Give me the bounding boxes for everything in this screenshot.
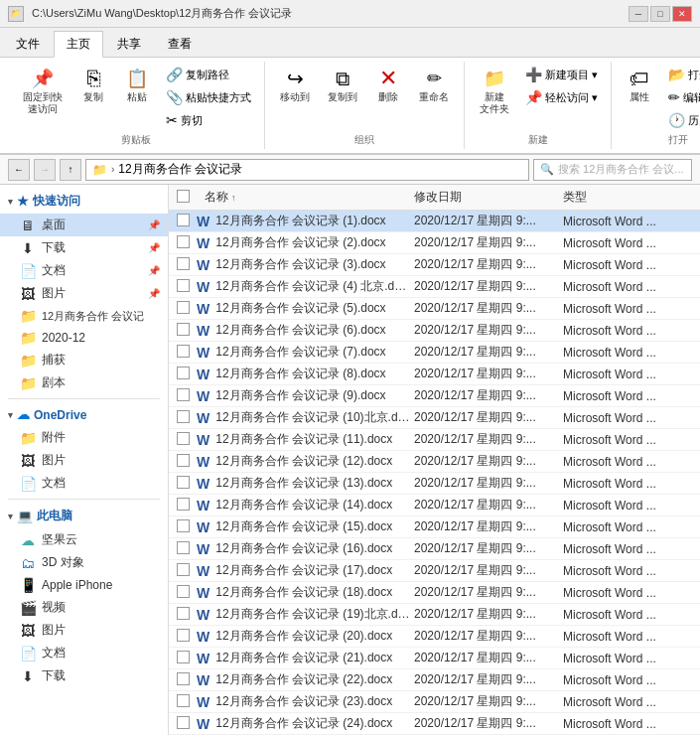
table-row[interactable]: W 12月商务合作 会议记录 (9).docx 2020/12/17 星期四 9… <box>169 385 700 407</box>
tab-home[interactable]: 主页 <box>54 31 103 58</box>
table-row[interactable]: W 12月商务合作 会议记录 (18).docx 2020/12/17 星期四 … <box>169 582 700 604</box>
table-row[interactable]: W 12月商务合作 会议记录 (3).docx 2020/12/17 星期四 9… <box>169 254 700 276</box>
row-checkbox[interactable] <box>177 410 197 426</box>
sidebar-item-od-pictures[interactable]: 🖼 图片 <box>0 449 168 472</box>
maximize-button[interactable]: □ <box>650 6 670 22</box>
sidebar-item-3d[interactable]: 🗂 3D 对象 <box>0 551 168 574</box>
address-path[interactable]: 📁 › 12月商务合作 会议记录 <box>85 159 529 181</box>
table-row[interactable]: W 12月商务合作 会议记录 (24).docx 2020/12/17 星期四 … <box>169 713 700 735</box>
up-button[interactable]: ↑ <box>60 159 81 181</box>
cut-button[interactable]: ✂ 剪切 <box>161 109 256 131</box>
table-row[interactable]: W 12月商务合作 会议记录 (12).docx 2020/12/17 星期四 … <box>169 451 700 473</box>
tab-file[interactable]: 文件 <box>3 31 53 57</box>
sidebar-item-od-documents[interactable]: 📄 文档 <box>0 472 168 495</box>
sidebar-item-12yue[interactable]: 📁 12月商务合作 会议记 <box>0 305 168 327</box>
sidebar-item-downloads[interactable]: ⬇ 下载 📌 <box>0 236 168 259</box>
sidebar-item-apple-iphone[interactable]: 📱 Apple iPhone <box>0 574 168 596</box>
properties-button[interactable]: 🏷 属性 <box>620 64 659 106</box>
row-checkbox[interactable] <box>177 301 197 317</box>
sidebar-item-documents[interactable]: 📄 文档 📌 <box>0 259 168 282</box>
table-row[interactable]: W 12月商务合作 会议记录 (16).docx 2020/12/17 星期四 … <box>169 538 700 560</box>
table-row[interactable]: W 12月商务合作 会议记录 (23).docx 2020/12/17 星期四 … <box>169 691 700 713</box>
copy-button[interactable]: ⎘ 复制 <box>73 64 113 106</box>
column-type[interactable]: 类型 <box>563 189 692 206</box>
history-button[interactable]: 🕐 历史记录 <box>663 109 700 131</box>
sidebar-item-capture[interactable]: 📁 捕获 <box>0 349 168 371</box>
minimize-button[interactable]: ─ <box>629 6 648 22</box>
row-checkbox[interactable] <box>177 629 197 645</box>
sidebar-item-script[interactable]: 📁 剧本 <box>0 371 168 394</box>
new-item-button[interactable]: ➕ 新建项目 ▾ <box>520 64 603 85</box>
tab-view[interactable]: 查看 <box>155 31 205 57</box>
column-name[interactable]: 名称 ↑ <box>197 189 414 206</box>
sidebar-item-desktop[interactable]: 🖥 桌面 📌 <box>0 214 168 236</box>
sidebar-item-pictures[interactable]: 🖼 图片 📌 <box>0 282 168 305</box>
pin-quick-access-button[interactable]: 📌 固定到快速访问 <box>16 64 70 118</box>
paste-shortcut-button[interactable]: 📎 粘贴快捷方式 <box>161 86 256 108</box>
table-row[interactable]: W 12月商务合作 会议记录 (2).docx 2020/12/17 星期四 9… <box>169 232 700 254</box>
table-row[interactable]: W 12月商务合作 会议记录 (21).docx 2020/12/17 星期四 … <box>169 648 700 669</box>
row-checkbox[interactable] <box>177 694 197 710</box>
row-checkbox[interactable] <box>177 651 197 666</box>
table-row[interactable]: W 12月商务合作 会议记录 (1).docx 2020/12/17 星期四 9… <box>169 211 700 232</box>
row-checkbox[interactable] <box>177 454 197 470</box>
open-button[interactable]: 📂 打开 ▾ <box>663 64 700 85</box>
sidebar-item-pc-downloads[interactable]: ⬇ 下载 <box>0 664 168 687</box>
sidebar-item-pc-pictures[interactable]: 🖼 图片 <box>0 619 168 642</box>
new-folder-button[interactable]: 📁 新建文件夹 <box>473 64 516 118</box>
tab-share[interactable]: 共享 <box>104 31 154 57</box>
table-row[interactable]: W 12月商务合作 会议记录 (22).docx 2020/12/17 星期四 … <box>169 669 700 691</box>
sidebar-item-jianguoyun[interactable]: ☁ 坚果云 <box>0 528 168 551</box>
sidebar-item-video[interactable]: 🎬 视频 <box>0 596 168 619</box>
table-row[interactable]: W 12月商务合作 会议记录 (15).docx 2020/12/17 星期四 … <box>169 516 700 538</box>
row-checkbox[interactable] <box>177 607 197 623</box>
copy-path-button[interactable]: 🔗 复制路径 <box>161 64 256 85</box>
row-checkbox[interactable] <box>177 279 197 295</box>
edit-button[interactable]: ✏ 编辑 <box>663 86 700 108</box>
table-row[interactable]: W 12月商务合作 会议记录 (13).docx 2020/12/17 星期四 … <box>169 473 700 495</box>
row-checkbox[interactable] <box>177 345 197 361</box>
delete-button[interactable]: ✕ 删除 <box>368 64 408 106</box>
table-row[interactable]: W 12月商务合作 会议记录 (14).docx 2020/12/17 星期四 … <box>169 495 700 516</box>
sidebar-header-onedrive[interactable]: ▾ ☁ OneDrive <box>0 403 168 426</box>
row-checkbox[interactable] <box>177 257 197 273</box>
sidebar-item-pc-documents[interactable]: 📄 文档 <box>0 642 168 664</box>
select-all-checkbox[interactable] <box>177 190 190 203</box>
table-row[interactable]: W 12月商务合作 会议记录 (17).docx 2020/12/17 星期四 … <box>169 560 700 582</box>
row-checkbox[interactable] <box>177 323 197 339</box>
copy-to-button[interactable]: ⧉ 复制到 <box>321 64 364 106</box>
table-row[interactable]: W 12月商务合作 会议记录 (10)北京.docx 2020/12/17 星期… <box>169 407 700 429</box>
table-row[interactable]: W 12月商务合作 会议记录 (4) 北京.docx 2020/12/17 星期… <box>169 276 700 298</box>
row-checkbox[interactable] <box>177 585 197 601</box>
rename-button[interactable]: ✏ 重命名 <box>412 64 456 106</box>
row-checkbox[interactable] <box>177 388 197 404</box>
row-checkbox[interactable] <box>177 672 197 688</box>
table-row[interactable]: W 12月商务合作 会议记录 (19)北京.docx 2020/12/17 星期… <box>169 604 700 626</box>
row-checkbox[interactable] <box>177 498 197 514</box>
table-row[interactable]: W 12月商务合作 会议记录 (6).docx 2020/12/17 星期四 9… <box>169 320 700 342</box>
header-checkbox[interactable] <box>177 190 197 206</box>
row-checkbox[interactable] <box>177 563 197 579</box>
close-button[interactable]: ✕ <box>672 6 692 22</box>
row-checkbox[interactable] <box>177 541 197 557</box>
row-checkbox[interactable] <box>177 367 197 382</box>
sidebar-item-2020-12[interactable]: 📁 2020-12 <box>0 327 168 349</box>
row-checkbox[interactable] <box>177 716 197 732</box>
sidebar-header-quickaccess[interactable]: ▾ ★ 快速访问 <box>0 189 168 214</box>
table-row[interactable]: W 12月商务合作 会议记录 (7).docx 2020/12/17 星期四 9… <box>169 342 700 364</box>
paste-button[interactable]: 📋 粘贴 <box>117 64 157 106</box>
sidebar-header-thispc[interactable]: ▾ 💻 此电脑 <box>0 504 168 528</box>
easy-access-button[interactable]: 📌 轻松访问 ▾ <box>520 86 603 108</box>
table-row[interactable]: W 12月商务合作 会议记录 (11).docx 2020/12/17 星期四 … <box>169 429 700 451</box>
move-to-button[interactable]: ↪ 移动到 <box>273 64 317 106</box>
row-checkbox[interactable] <box>177 476 197 492</box>
sidebar-item-attachments[interactable]: 📁 附件 <box>0 426 168 449</box>
table-row[interactable]: W 12月商务合作 会议记录 (20).docx 2020/12/17 星期四 … <box>169 626 700 648</box>
row-checkbox[interactable] <box>177 432 197 448</box>
column-date[interactable]: 修改日期 <box>414 189 563 206</box>
row-checkbox[interactable] <box>177 214 197 229</box>
row-checkbox[interactable] <box>177 235 197 251</box>
table-row[interactable]: W 12月商务合作 会议记录 (8).docx 2020/12/17 星期四 9… <box>169 364 700 385</box>
back-button[interactable]: ← <box>8 159 30 181</box>
table-row[interactable]: W 12月商务合作 会议记录 (5).docx 2020/12/17 星期四 9… <box>169 298 700 320</box>
